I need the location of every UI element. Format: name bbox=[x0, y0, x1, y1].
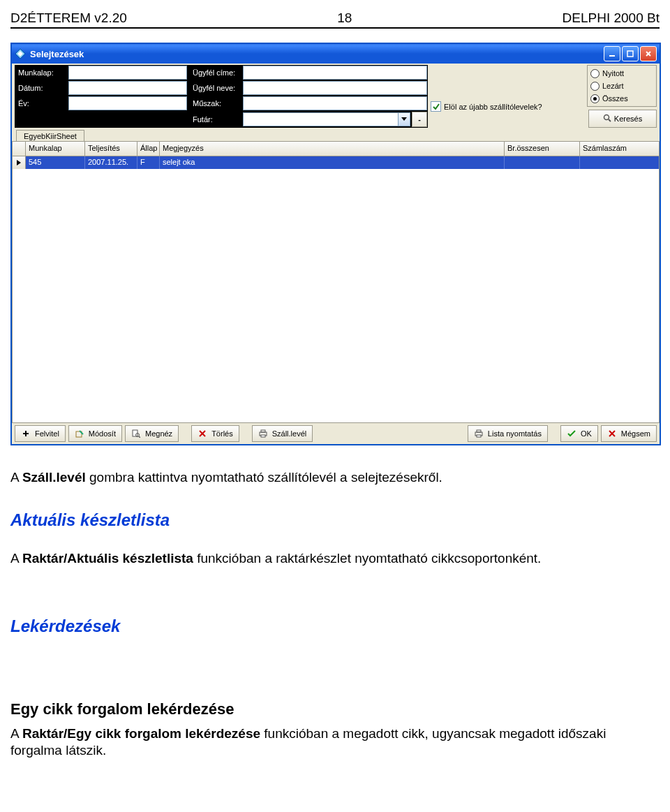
cell-teljesites: 2007.11.25. bbox=[85, 156, 137, 169]
combo-futar[interactable] bbox=[243, 112, 410, 126]
doc-header-page-number: 18 bbox=[337, 10, 352, 26]
paragraph-szalllevel-info: A Száll.levél gombra kattintva nyomtatha… bbox=[10, 469, 660, 486]
radio-osszes[interactable]: Összes bbox=[590, 92, 652, 105]
radio-nyitott[interactable]: Nyitott bbox=[590, 67, 652, 80]
text-strong: Raktár/Aktuális készletlista bbox=[22, 551, 193, 566]
grid-row-indicator-header bbox=[13, 142, 26, 156]
label-futar: Futár: bbox=[190, 113, 240, 126]
chevron-down-icon[interactable] bbox=[398, 113, 410, 126]
paragraph-aktualis-keszlet: A Raktár/Aktuális készletlista funkcióba… bbox=[10, 550, 660, 567]
edit-icon bbox=[75, 429, 84, 438]
minimize-button[interactable] bbox=[604, 46, 620, 61]
cell-megjegyzes: selejt oka bbox=[160, 156, 505, 169]
label-munkalap: Munkalap: bbox=[15, 66, 66, 79]
view-icon bbox=[131, 429, 141, 438]
input-ugyfel-cime[interactable] bbox=[243, 66, 427, 80]
felvitel-button[interactable]: Felvitel bbox=[15, 425, 66, 442]
radio-label: Összes bbox=[602, 94, 628, 103]
cancel-icon bbox=[607, 429, 617, 438]
input-ugyfel-neve[interactable] bbox=[243, 81, 427, 95]
tab-egyebkiirsheet[interactable]: EgyebKiirSheet bbox=[16, 130, 84, 142]
document-header: D2ÉTTEREM v2.20 18 DELPHI 2000 Bt bbox=[10, 10, 660, 26]
label-ev: Év: bbox=[15, 97, 66, 110]
ok-button[interactable]: OK bbox=[560, 425, 598, 442]
listanyomtatas-button[interactable]: Lista nyomtatás bbox=[468, 425, 548, 442]
radio-group-status: Nyitott Lezárt Összes bbox=[587, 65, 657, 107]
doc-header-divider bbox=[10, 27, 660, 29]
button-label: Felvitel bbox=[35, 429, 59, 438]
filter-panel: Munkalap: Ügyfél címe: Dátum: Ügyfél nev… bbox=[12, 64, 660, 129]
label-muszak: Műszak: bbox=[190, 97, 240, 110]
section-title-lekerdezesek: Lekérdezések bbox=[10, 616, 660, 637]
input-datum[interactable] bbox=[68, 81, 187, 95]
svg-rect-2 bbox=[609, 55, 615, 57]
checkbox-elol-label: Elöl az újabb szállítólevelek? bbox=[444, 103, 542, 111]
col-szamlaszam[interactable]: Számlaszám bbox=[580, 142, 650, 156]
plus-icon bbox=[21, 429, 31, 438]
titlebar: Selejtezések bbox=[12, 44, 660, 64]
search-button-label: Keresés bbox=[614, 115, 642, 123]
label-datum: Dátum: bbox=[15, 82, 66, 94]
cell-allap: F bbox=[137, 156, 160, 169]
label-ugyfel-cime: Ügyfél címe: bbox=[190, 66, 240, 79]
window-title: Selejtezések bbox=[30, 49, 604, 59]
button-label: Száll.levél bbox=[272, 429, 307, 438]
section-title-aktualis: Aktuális készletlista bbox=[10, 510, 660, 531]
svg-rect-23 bbox=[477, 430, 481, 432]
print-icon bbox=[258, 429, 268, 438]
doc-header-right: DELPHI 2000 Bt bbox=[563, 10, 660, 26]
app-icon bbox=[15, 48, 26, 59]
current-row-indicator-icon bbox=[13, 156, 26, 169]
radio-label: Nyitott bbox=[602, 69, 624, 77]
text-strong: Raktár/Egy cikk forgalom lekérdezése bbox=[22, 726, 260, 741]
window-selejtezesek: Selejtezések Munkalap: Ügyfél címe: bbox=[10, 43, 661, 445]
svg-rect-24 bbox=[477, 435, 481, 437]
delete-icon bbox=[198, 429, 207, 438]
button-label: Mégsem bbox=[621, 429, 650, 438]
cell-munkalap: 545 bbox=[26, 156, 85, 169]
subsection-title: Egy cikk forgalom lekérdezése bbox=[10, 700, 660, 719]
torles-button[interactable]: Törlés bbox=[191, 425, 239, 442]
close-button[interactable] bbox=[640, 46, 657, 61]
radio-lezart[interactable]: Lezárt bbox=[590, 80, 652, 92]
checkbox-elol[interactable] bbox=[431, 101, 441, 112]
cell-szamlaszam bbox=[580, 156, 650, 169]
col-brosszesen[interactable]: Br.összesen bbox=[505, 142, 580, 156]
search-button[interactable]: Keresés bbox=[588, 110, 657, 128]
svg-marker-9 bbox=[17, 160, 21, 165]
input-munkalap[interactable] bbox=[68, 66, 187, 80]
radio-dot-icon bbox=[590, 69, 600, 78]
radio-dot-icon bbox=[590, 82, 600, 91]
input-ev[interactable] bbox=[68, 96, 187, 110]
svg-line-16 bbox=[139, 436, 140, 438]
data-grid[interactable]: Munkalap Teljesítés Állap Megjegyzés Br.… bbox=[12, 141, 660, 423]
svg-line-8 bbox=[609, 119, 611, 121]
text-strong: Száll.levél bbox=[22, 470, 86, 485]
modosit-button[interactable]: Módosít bbox=[68, 425, 122, 442]
bottom-toolbar: Felvitel Módosít Megnéz Törlés Száll.lev… bbox=[12, 423, 660, 444]
button-label: Módosít bbox=[89, 429, 116, 438]
input-muszak[interactable] bbox=[243, 96, 427, 110]
radio-label: Lezárt bbox=[602, 82, 624, 90]
svg-rect-3 bbox=[627, 51, 633, 57]
button-label: Lista nyomtatás bbox=[488, 429, 542, 438]
col-munkalap[interactable]: Munkalap bbox=[26, 142, 85, 156]
tabbar: EgyebKiirSheet bbox=[12, 129, 660, 141]
lookup-button[interactable]: - bbox=[412, 112, 427, 127]
button-label: Megnéz bbox=[145, 429, 172, 438]
radio-dot-icon bbox=[590, 94, 600, 103]
label-ugyfel-neve: Ügyfél neve: bbox=[190, 82, 240, 94]
grid-row[interactable]: 545 2007.11.25. F selejt oka bbox=[13, 156, 659, 169]
search-icon bbox=[603, 114, 611, 124]
check-icon bbox=[567, 429, 576, 438]
szalllevel-button[interactable]: Száll.levél bbox=[252, 425, 313, 442]
grid-header: Munkalap Teljesítés Állap Megjegyzés Br.… bbox=[13, 142, 659, 156]
svg-marker-6 bbox=[401, 117, 407, 121]
maximize-button[interactable] bbox=[622, 46, 639, 61]
col-megjegyzes[interactable]: Megjegyzés bbox=[160, 142, 505, 156]
col-allap[interactable]: Állap bbox=[137, 142, 160, 156]
megnez-button[interactable]: Megnéz bbox=[125, 425, 179, 442]
megsem-button[interactable]: Mégsem bbox=[601, 425, 657, 442]
cell-brosszesen bbox=[505, 156, 580, 169]
col-teljesites[interactable]: Teljesítés bbox=[85, 142, 137, 156]
